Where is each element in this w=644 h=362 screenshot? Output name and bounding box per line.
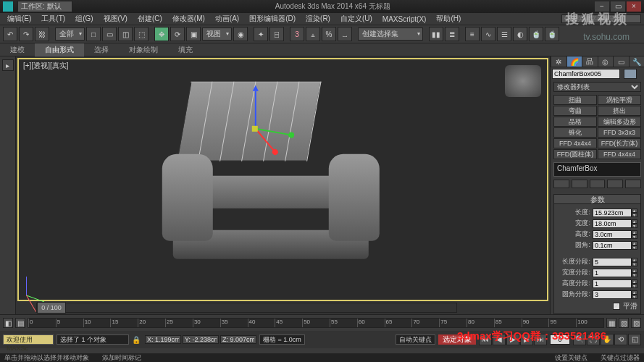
trackbar-ruler[interactable]: 0510152025303540455055606570758085909510… [28, 318, 604, 328]
coord-x-input[interactable] [145, 335, 181, 344]
rotate-button[interactable]: ⟳ [170, 27, 185, 41]
viewcube[interactable] [505, 65, 541, 97]
tab-selection[interactable]: 选择 [84, 43, 119, 56]
help-search[interactable] [561, 14, 641, 23]
minimize-button[interactable]: − [595, 1, 609, 12]
material-editor-button[interactable]: ◐ [513, 27, 527, 41]
smooth-checkbox[interactable]: ✓ [613, 303, 620, 310]
length-input[interactable] [593, 209, 632, 217]
menu-graph[interactable]: 图形编辑器(D) [245, 13, 300, 25]
viewport-label[interactable]: [+][透视][真实] [23, 61, 69, 71]
tab-modeling[interactable]: 建模 [0, 43, 35, 56]
panel-tab-display[interactable]: ▭ [613, 56, 629, 67]
trackbar-filter[interactable]: ▤ [15, 318, 25, 328]
coord-y-input[interactable] [183, 335, 219, 344]
stack-unique-button[interactable] [590, 180, 606, 188]
angle-snap-button[interactable]: ⟁ [306, 27, 320, 41]
mod-extrude[interactable]: 挤出 [598, 106, 641, 116]
time-slider-thumb[interactable]: 0 / 100 [37, 302, 66, 313]
lock-selection-button[interactable]: 🔒 [132, 336, 141, 344]
object-name-input[interactable] [552, 69, 620, 79]
select-name-button[interactable]: ▭ [102, 27, 117, 41]
mod-ffdbox[interactable]: FFD(长方体) [598, 138, 641, 148]
prompt-addtime[interactable]: 添加时间标记 [102, 353, 141, 363]
selection-filter-dropdown[interactable]: 全部 [55, 28, 85, 41]
schematic-button[interactable]: ☰ [497, 27, 511, 41]
menu-custom[interactable]: 自定义(U) [336, 13, 377, 25]
prev-frame-button[interactable]: ◀ [493, 334, 506, 345]
mod-twist[interactable]: 扭曲 [553, 95, 597, 105]
fseg-input[interactable] [593, 290, 632, 299]
autokey-button[interactable]: 自动关键点 [396, 334, 435, 345]
nav-max[interactable]: ◱ [628, 334, 641, 345]
named-set-dropdown[interactable]: 创建选择集 [358, 28, 423, 41]
stack-remove-button[interactable] [607, 180, 623, 188]
maxscript-mini[interactable]: 欢迎使用 MAXSc [3, 334, 54, 345]
nav-zoomall[interactable]: ⛶ [587, 334, 600, 345]
prompt-keyfilter[interactable]: 关键点过滤器 [601, 353, 640, 363]
mirror-button[interactable]: ▮▮ [429, 27, 443, 41]
nav-orbit[interactable]: ⟲ [614, 334, 627, 345]
time-slider[interactable]: 0 / 100 [36, 303, 457, 313]
mod-ffd4[interactable]: FFD 4x4x4 [553, 138, 597, 148]
rollout-params-header[interactable]: 参数 [553, 194, 641, 204]
tab-freeform[interactable]: 自由形式 [35, 43, 84, 56]
menu-view[interactable]: 视图(V) [99, 13, 132, 25]
redo-button[interactable]: ↷ [19, 27, 33, 41]
current-frame-input[interactable] [550, 334, 570, 345]
mod-ffdcyl[interactable]: FFD(圆柱体) [553, 149, 597, 159]
mod-lattice[interactable]: 晶格 [553, 117, 597, 127]
mod-ffd3[interactable]: FFD 3x3x3 [598, 127, 641, 138]
ref-coord-dropdown[interactable]: 视图 [202, 28, 232, 41]
stack-pin-button[interactable] [553, 180, 569, 188]
trackbar-b[interactable]: ▧ [619, 318, 629, 328]
fillet-input[interactable] [593, 241, 632, 250]
object-color-swatch[interactable] [624, 69, 637, 79]
menu-maxscript[interactable]: MAXScript(X) [378, 14, 431, 24]
help-search-input[interactable] [561, 14, 641, 23]
render-setup-button[interactable]: 🍵 [529, 27, 543, 41]
select-button[interactable]: □ [86, 27, 101, 41]
mod-taper[interactable]: 锥化 [553, 127, 597, 138]
trackbar-a[interactable]: ▦ [606, 318, 616, 328]
trackbar-c[interactable]: ▨ [631, 318, 641, 328]
align-button[interactable]: ≣ [445, 27, 459, 41]
link-button[interactable]: ⛓ [35, 27, 49, 41]
mod-ffd4b[interactable]: FFD 4x4x4 [598, 149, 641, 159]
workspace-dropdown[interactable]: 工作区: 默认 [17, 1, 72, 12]
goto-end-button[interactable]: ⏭ [534, 334, 547, 345]
percent-snap-button[interactable]: % [322, 27, 336, 41]
mod-editpoly[interactable]: 编辑多边形 [598, 117, 641, 127]
manip-button[interactable]: ✦ [254, 27, 268, 41]
viewport-perspective[interactable]: [+][透视][真实] [17, 58, 548, 301]
pivot-button[interactable]: ◉ [233, 27, 248, 41]
width-input[interactable] [593, 219, 632, 228]
menu-render[interactable]: 渲染(R) [301, 13, 335, 25]
curve-editor-button[interactable]: ∿ [481, 27, 495, 41]
undo-button[interactable]: ↶ [3, 27, 17, 41]
left-tool-1[interactable]: ▸ [2, 59, 14, 71]
trackbar-key-mode[interactable]: ◧ [3, 318, 13, 328]
hseg-input[interactable] [593, 279, 632, 288]
stack-config-button[interactable] [625, 180, 641, 188]
tab-objectpaint[interactable]: 对象绘制 [119, 43, 168, 56]
nav-zoom[interactable]: 🔍 [573, 334, 586, 345]
panel-tab-create[interactable]: ✲ [551, 56, 566, 67]
menu-group[interactable]: 组(G) [71, 13, 97, 25]
panel-tab-modify[interactable]: 🌈 [566, 56, 582, 67]
mod-bend[interactable]: 弯曲 [553, 106, 597, 116]
menu-tools[interactable]: 工具(T) [37, 13, 70, 25]
goto-start-button[interactable]: ⏮ [479, 334, 492, 345]
length-down[interactable]: ▾ [632, 213, 637, 217]
menu-anim[interactable]: 动画(A) [211, 13, 243, 25]
snap-button[interactable]: 3 [290, 27, 304, 41]
menu-help[interactable]: 帮助(H) [432, 13, 465, 25]
prompt-setkey[interactable]: 设置关键点 [555, 353, 587, 363]
selected-filter-button[interactable]: 选定对象 [438, 334, 476, 345]
lseg-input[interactable] [593, 258, 632, 266]
modifier-stack[interactable]: ChamferBox [553, 162, 641, 177]
nav-pan[interactable]: ✋ [601, 334, 614, 345]
render-button[interactable]: 🍵 [545, 27, 559, 41]
menu-create[interactable]: 创建(C) [133, 13, 167, 25]
select-region-button[interactable]: ◫ [118, 27, 133, 41]
